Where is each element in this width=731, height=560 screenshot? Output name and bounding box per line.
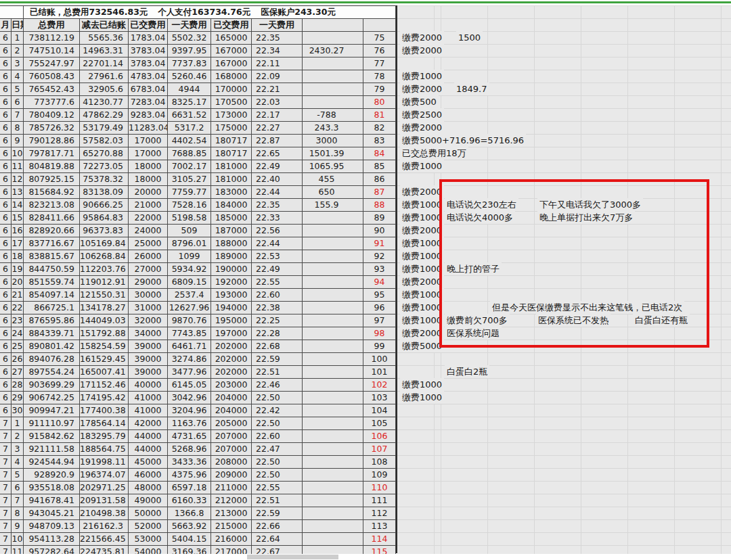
note-text[interactable]: 缴费500 — [400, 95, 439, 108]
table-cell[interactable]: 22.40 — [252, 173, 303, 185]
table-cell[interactable]: 935518.08 — [24, 482, 80, 494]
row-number-cell[interactable]: 106 — [363, 430, 396, 442]
table-cell[interactable]: 906742.25 — [24, 392, 80, 404]
table-cell[interactable]: 27961.6 — [80, 70, 129, 83]
table-cell[interactable]: 1163.76 — [168, 417, 211, 429]
table-cell[interactable]: 1 — [12, 32, 24, 44]
summary-title-cell[interactable]: 已结账，总费用732546.83元个人支付163734.76元医保账户243.3… — [24, 6, 396, 18]
row-number-cell[interactable]: 79 — [363, 83, 396, 95]
table-cell[interactable]: 6 — [0, 109, 12, 121]
table-cell[interactable]: 75378.32 — [80, 173, 129, 185]
table-cell[interactable]: 185000 — [211, 212, 252, 224]
note-text[interactable]: 缴费1000 — [400, 211, 444, 224]
column-header-blank-8[interactable] — [303, 19, 363, 31]
table-cell[interactable]: 174195.42 — [80, 392, 129, 404]
table-cell[interactable]: 903699.29 — [24, 379, 80, 391]
note-text[interactable]: 已交总费用18万 — [400, 147, 468, 160]
table-cell[interactable]: 19 — [12, 263, 24, 275]
table-cell[interactable]: 83138.09 — [80, 186, 129, 198]
table-cell[interactable]: 6 — [0, 186, 12, 198]
table-cell[interactable]: 48000 — [129, 482, 168, 494]
table-cell[interactable]: 6631.52 — [168, 109, 211, 121]
note-text[interactable]: 1849.7 — [454, 83, 489, 95]
table-cell[interactable]: 72273.05 — [80, 160, 129, 172]
table-cell[interactable]: 192000 — [211, 276, 252, 288]
table-cell[interactable]: 1366.8 — [168, 507, 211, 519]
table-cell[interactable]: 8 — [12, 122, 24, 134]
table-cell[interactable]: 6 — [0, 147, 12, 160]
table-cell[interactable]: 6 — [0, 199, 12, 211]
table-cell[interactable]: 18000 — [129, 173, 168, 185]
table-cell[interactable]: 15 — [12, 212, 24, 224]
table-cell[interactable]: 844750.59 — [24, 263, 80, 275]
table-cell[interactable]: 32905.6 — [80, 83, 129, 95]
note-text[interactable]: 缴费1000 — [400, 237, 444, 250]
column-header-7[interactable]: 一天费用 — [252, 19, 303, 31]
table-cell[interactable]: 27 — [12, 366, 24, 378]
note-text[interactable]: 缴费1000 — [400, 301, 444, 314]
table-cell[interactable]: 7 — [0, 456, 12, 468]
row-number-cell[interactable]: 93 — [363, 263, 396, 275]
table-cell[interactable]: 7 — [12, 494, 24, 507]
table-cell[interactable]: 11 — [12, 160, 24, 172]
row-number-cell[interactable]: 82 — [363, 122, 396, 134]
table-cell[interactable]: 165000 — [211, 32, 252, 44]
table-cell[interactable]: 12627.96 — [168, 302, 211, 314]
row-number-cell[interactable]: 94 — [363, 276, 396, 288]
table-cell[interactable]: 948709.13 — [24, 520, 80, 532]
table-cell[interactable]: 26000 — [129, 250, 168, 262]
table-cell[interactable] — [303, 340, 363, 352]
note-text[interactable]: 缴费2000 — [400, 44, 444, 57]
table-cell[interactable]: 6 — [0, 302, 12, 314]
row-number-cell[interactable]: 85 — [363, 160, 396, 172]
table-cell[interactable]: 171152.46 — [80, 379, 129, 391]
table-cell[interactable]: 39000 — [129, 353, 168, 365]
table-cell[interactable]: 509 — [168, 225, 211, 237]
table-cell[interactable]: 193000 — [211, 289, 252, 301]
table-cell[interactable]: 24000 — [129, 225, 168, 237]
note-text[interactable]: 缴费2000 — [400, 121, 444, 134]
table-cell[interactable]: 45000 — [129, 456, 168, 468]
row-number-cell[interactable]: 96 — [363, 302, 396, 314]
table-cell[interactable] — [303, 366, 363, 378]
table-cell[interactable]: 4944 — [168, 83, 211, 95]
table-cell[interactable]: 5934.92 — [168, 263, 211, 275]
table-cell[interactable]: 22.60 — [252, 289, 303, 301]
table-cell[interactable]: 203000 — [211, 379, 252, 391]
table-cell[interactable]: 22.47 — [252, 443, 303, 455]
table-cell[interactable]: 22.60 — [252, 430, 303, 442]
table-cell[interactable]: 46000 — [129, 469, 168, 481]
table-cell[interactable]: 6145.05 — [168, 379, 211, 391]
table-cell[interactable]: 5268.96 — [168, 443, 211, 455]
column-header-0[interactable]: 月 — [0, 19, 12, 31]
table-cell[interactable]: 53179.49 — [80, 122, 129, 134]
table-cell[interactable]: 7737.83 — [168, 57, 211, 70]
note-text[interactable]: 缴费1000 — [400, 262, 444, 275]
table-cell[interactable] — [303, 250, 363, 262]
table-cell[interactable]: 215000 — [211, 520, 252, 532]
table-cell[interactable]: 20 — [12, 276, 24, 288]
table-cell[interactable]: 22.21 — [252, 83, 303, 95]
table-cell[interactable]: 6 — [0, 57, 12, 70]
table-cell[interactable]: 6 — [0, 404, 12, 417]
column-header-1[interactable]: 日期 — [12, 19, 24, 31]
table-cell[interactable]: 6 — [0, 263, 12, 275]
note-text[interactable]: 缴费2000 — [400, 327, 444, 340]
column-header-3[interactable]: 减去已结账 — [80, 19, 129, 31]
table-cell[interactable]: 212000 — [211, 494, 252, 507]
table-cell[interactable]: 7528.16 — [168, 199, 211, 211]
table-cell[interactable]: 173000 — [211, 109, 252, 121]
table-cell[interactable]: 29000 — [129, 276, 168, 288]
table-cell[interactable]: 7 — [0, 520, 12, 532]
table-cell[interactable]: 22.56 — [252, 225, 303, 237]
table-cell[interactable]: 17 — [12, 237, 24, 250]
table-cell[interactable]: 202000 — [211, 340, 252, 352]
table-cell[interactable]: 797817.71 — [24, 147, 80, 160]
table-cell[interactable]: 790128.86 — [24, 135, 80, 147]
table-cell[interactable]: 9 — [12, 135, 24, 147]
table-cell[interactable]: 3274.86 — [168, 353, 211, 365]
row-number-cell[interactable]: 84 — [363, 147, 396, 160]
table-cell[interactable]: 6 — [0, 45, 12, 57]
table-cell[interactable]: 4375.96 — [168, 469, 211, 481]
table-cell[interactable]: 8796.01 — [168, 237, 211, 250]
